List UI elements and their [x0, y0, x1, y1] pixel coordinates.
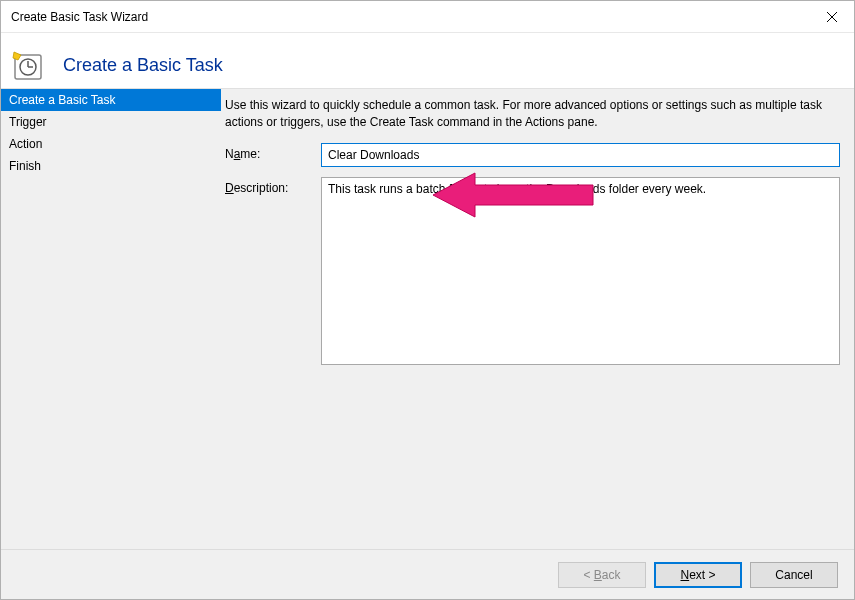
name-input[interactable] — [321, 143, 840, 167]
wizard-sidebar: Create a Basic Task Trigger Action Finis… — [1, 89, 221, 549]
sidebar-item-create-task[interactable]: Create a Basic Task — [1, 89, 221, 111]
titlebar: Create Basic Task Wizard — [1, 1, 854, 33]
description-input[interactable] — [321, 177, 840, 365]
wizard-header: Create a Basic Task — [1, 33, 854, 88]
wizard-instructions: Use this wizard to quickly schedule a co… — [225, 97, 840, 131]
sidebar-item-trigger[interactable]: Trigger — [1, 111, 221, 133]
wizard-window: Create Basic Task Wizard Create a Basic … — [0, 0, 855, 600]
cancel-button[interactable]: Cancel — [750, 562, 838, 588]
wizard-main: Use this wizard to quickly schedule a co… — [221, 89, 854, 549]
close-icon — [827, 12, 837, 22]
sidebar-item-label: Finish — [9, 159, 41, 173]
wizard-icon — [11, 49, 45, 83]
back-button: < Back — [558, 562, 646, 588]
next-button[interactable]: Next > — [654, 562, 742, 588]
wizard-header-title: Create a Basic Task — [63, 55, 223, 76]
description-label: Description: — [225, 177, 321, 195]
name-label: Name: — [225, 143, 321, 161]
wizard-footer: < Back Next > Cancel — [1, 549, 854, 599]
titlebar-title: Create Basic Task Wizard — [11, 10, 148, 24]
name-row: Name: — [225, 143, 840, 167]
close-button[interactable] — [809, 1, 854, 33]
description-row: Description: — [225, 177, 840, 365]
sidebar-item-label: Create a Basic Task — [9, 93, 116, 107]
sidebar-item-label: Trigger — [9, 115, 47, 129]
sidebar-item-label: Action — [9, 137, 42, 151]
sidebar-item-finish[interactable]: Finish — [1, 155, 221, 177]
sidebar-item-action[interactable]: Action — [1, 133, 221, 155]
wizard-body: Create a Basic Task Trigger Action Finis… — [1, 88, 854, 549]
